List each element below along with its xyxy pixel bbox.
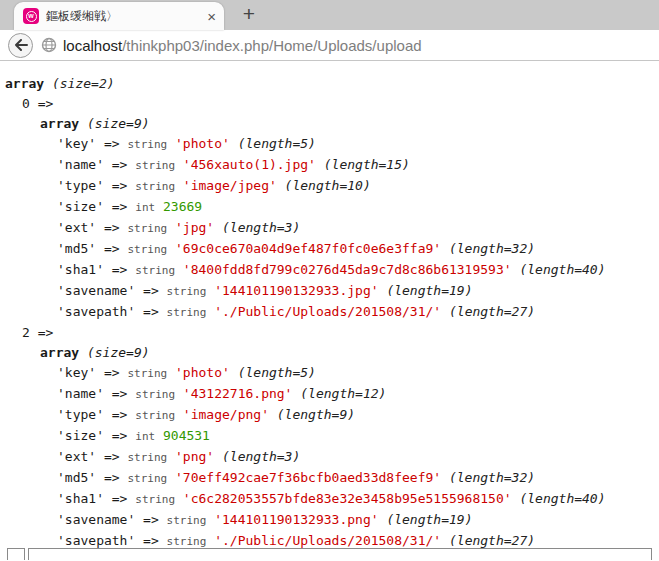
- dump-value: '144101190132933.jpg': [214, 283, 378, 298]
- dump-length: (length=9): [277, 407, 355, 422]
- dump-arrow: =>: [112, 178, 128, 193]
- dump-entry-index: 0 =>: [5, 94, 659, 114]
- dump-row: 'type' => string 'image/jpeg' (length=10…: [5, 176, 659, 197]
- dump-key: 'savepath': [57, 533, 135, 548]
- tab-close-icon[interactable]: ×: [207, 9, 216, 24]
- dump-value: '144101190132933.png': [214, 512, 378, 527]
- dump-arrow: =>: [112, 407, 128, 422]
- browser-window: w 鏂板缓缃戦〉 × + localhost/thinkphp03/index.…: [0, 0, 659, 561]
- dump-value: 23669: [163, 199, 202, 214]
- dump-row: 'size' => int 23669: [5, 197, 659, 218]
- dump-arrow: =>: [112, 386, 128, 401]
- dump-row: 'key' => string 'photo' (length=5): [5, 134, 659, 155]
- var-dump-output: array (size=2) 0 =>array (size=9)'key' =…: [0, 61, 659, 552]
- dump-key: 'savename': [57, 283, 135, 298]
- favicon-letter: w: [26, 11, 37, 22]
- globe-icon: [41, 37, 57, 53]
- dump-row: 'sha1' => string 'c6c282053557bfde83e32e…: [5, 489, 659, 510]
- dump-length: (length=40): [519, 491, 605, 506]
- dump-value: 'image/jpeg': [183, 178, 277, 193]
- dump-arrow: =>: [112, 262, 128, 277]
- dump-key: 'sha1': [57, 262, 104, 277]
- dump-arrow: =>: [104, 365, 120, 380]
- dump-row: 'sha1' => string '8400fdd8fd799c0276d45d…: [5, 260, 659, 281]
- dump-type: string: [135, 409, 175, 422]
- dump-row: 'name' => string '43122716.png' (length=…: [5, 384, 659, 405]
- dump-arrow: =>: [104, 136, 120, 151]
- dump-value: '8400fdd8fd799c0276d45da9c7d8c86b6131959…: [183, 262, 512, 277]
- dump-array-header: array (size=9): [5, 114, 659, 134]
- browser-toolbar: localhost/thinkphp03/index.php/Home/Uplo…: [0, 30, 659, 61]
- dump-row: 'savename' => string '144101190132933.jp…: [5, 281, 659, 302]
- dump-key: 'name': [57, 386, 104, 401]
- dump-arrow: =>: [112, 199, 128, 214]
- dump-type: string: [127, 451, 167, 464]
- form-input-cell[interactable]: [28, 548, 652, 560]
- dump-length: (length=3): [222, 220, 300, 235]
- dump-arrow: =>: [112, 491, 128, 506]
- dump-row: 'size' => int 904531: [5, 426, 659, 447]
- tab-strip: w 鏂板缓缃戦〉 × +: [0, 0, 659, 30]
- dump-type: string: [127, 138, 167, 151]
- dump-key: 'type': [57, 407, 104, 422]
- dump-key: 'md5': [57, 470, 96, 485]
- array-size: (size=2): [52, 76, 115, 91]
- dump-key: 'size': [57, 199, 104, 214]
- dump-row: 'key' => string 'photo' (length=5): [5, 363, 659, 384]
- dump-key: 'sha1': [57, 491, 104, 506]
- dump-value: '43122716.png': [183, 386, 293, 401]
- dump-length: (length=3): [222, 449, 300, 464]
- dump-key: 'savename': [57, 512, 135, 527]
- dump-arrow: =>: [104, 220, 120, 235]
- dump-value: '70eff492cae7f36bcfb0aed33d8feef9': [175, 470, 441, 485]
- dump-type: string: [167, 535, 207, 548]
- dump-type: string: [127, 243, 167, 256]
- dump-row: 'savepath' => string './Public/Uploads/2…: [5, 302, 659, 323]
- back-button[interactable]: [8, 33, 33, 58]
- dump-type: string: [135, 388, 175, 401]
- dump-length: (length=27): [449, 304, 535, 319]
- dump-type: string: [135, 180, 175, 193]
- dump-key: 'ext': [57, 449, 96, 464]
- dump-root-header: array (size=2): [5, 74, 659, 94]
- dump-row: 'name' => string '456xauto(1).jpg' (leng…: [5, 155, 659, 176]
- dump-key: 'key': [57, 136, 96, 151]
- dump-row: 'md5' => string '69c0ce670a04d9ef487f0fc…: [5, 239, 659, 260]
- dump-key: 'savepath': [57, 304, 135, 319]
- form-checkbox-cell[interactable]: [7, 548, 25, 560]
- dump-type: string: [167, 514, 207, 527]
- dump-length: (length=27): [449, 533, 535, 548]
- dump-row: 'savename' => string '144101190132933.pn…: [5, 510, 659, 531]
- dump-arrow: =>: [104, 449, 120, 464]
- dump-array-header: array (size=9): [5, 343, 659, 363]
- dump-key: 'key': [57, 365, 96, 380]
- dump-key: 'type': [57, 178, 104, 193]
- dump-value: 'image/png': [183, 407, 269, 422]
- new-tab-button[interactable]: +: [232, 0, 266, 30]
- dump-length: (length=5): [238, 136, 316, 151]
- dump-length: (length=10): [285, 178, 371, 193]
- dump-row: 'ext' => string 'png' (length=3): [5, 447, 659, 468]
- dump-entry-index: 2 =>: [5, 323, 659, 343]
- dump-length: (length=12): [300, 386, 386, 401]
- dump-value: 'c6c282053557bfde83e32e3458b95e515596815…: [183, 491, 512, 506]
- dump-arrow: =>: [112, 157, 128, 172]
- dump-value: 'png': [175, 449, 214, 464]
- dump-arrow: =>: [104, 241, 120, 256]
- dump-arrow: =>: [143, 512, 159, 527]
- dump-length: (length=19): [386, 283, 472, 298]
- dump-arrow: =>: [143, 283, 159, 298]
- browser-tab[interactable]: w 鏂板缓缃戦〉 ×: [14, 2, 224, 30]
- dump-type: string: [167, 306, 207, 319]
- tab-title: 鏂板缓缃戦〉: [46, 8, 199, 25]
- dump-type: string: [127, 222, 167, 235]
- dump-type: int: [135, 430, 155, 443]
- dump-key: 'name': [57, 157, 104, 172]
- dump-type: string: [135, 493, 175, 506]
- dump-length: (length=19): [386, 512, 472, 527]
- dump-value: '69c0ce670a04d9ef487f0fc0e6e3ffa9': [175, 241, 441, 256]
- url-display[interactable]: localhost/thinkphp03/index.php/Home/Uplo…: [63, 37, 422, 54]
- dump-length: (length=32): [449, 241, 535, 256]
- dump-arrow: =>: [104, 470, 120, 485]
- dump-row: 'ext' => string 'jpg' (length=3): [5, 218, 659, 239]
